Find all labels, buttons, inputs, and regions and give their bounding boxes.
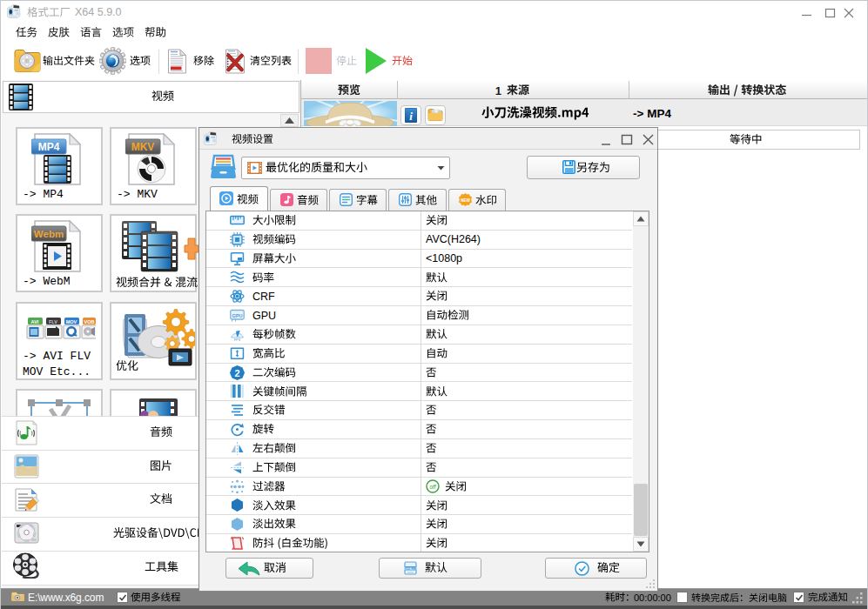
svg-text:FLV: FLV bbox=[49, 319, 57, 325]
svg-text:MOV: MOV bbox=[66, 319, 77, 325]
svg-text:i: i bbox=[409, 110, 413, 123]
svg-text:2: 2 bbox=[234, 367, 239, 378]
svg-text:AVI: AVI bbox=[31, 319, 39, 325]
svg-text:VOB: VOB bbox=[84, 319, 95, 325]
svg-text:DEFAULT: DEFAULT bbox=[404, 567, 417, 571]
svg-text:MP4: MP4 bbox=[38, 141, 60, 153]
svg-text:GPU: GPU bbox=[232, 313, 243, 318]
svg-text:FPS: FPS bbox=[234, 338, 241, 341]
svg-text:Webm: Webm bbox=[34, 229, 64, 239]
svg-text:MKV: MKV bbox=[131, 141, 155, 153]
svg-text:off: off bbox=[429, 484, 436, 490]
svg-text:NEW: NEW bbox=[461, 198, 470, 203]
